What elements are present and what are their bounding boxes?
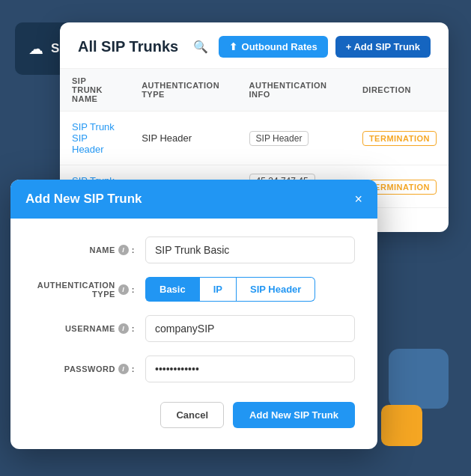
username-row: USERNAME i : xyxy=(33,315,355,342)
username-label: USERNAME i : xyxy=(33,323,145,334)
name-label-text: NAME xyxy=(89,245,115,254)
password-row: PASSWORD i : xyxy=(33,356,355,382)
submit-button[interactable]: Add New SIP Trunk xyxy=(233,402,355,428)
auth-type-label-text: AUTHENTICATION TYPE xyxy=(33,281,115,299)
modal-header: Add New SIP Trunk × xyxy=(10,180,377,219)
password-info-icon[interactable]: i xyxy=(118,364,129,374)
cancel-button[interactable]: Cancel xyxy=(160,402,224,428)
auth-btn-ip[interactable]: IP xyxy=(199,277,237,302)
modal-overlay: Add New SIP Trunk × NAME i : AUTHENTICAT… xyxy=(0,0,471,476)
auth-type-row: AUTHENTICATION TYPE i : Basic IP SIP Hea… xyxy=(33,277,355,302)
password-label: PASSWORD i : xyxy=(33,364,145,374)
modal-body: NAME i : AUTHENTICATION TYPE i : Basic I… xyxy=(10,219,377,449)
name-info-icon[interactable]: i xyxy=(118,245,129,255)
username-input[interactable] xyxy=(145,315,355,342)
name-input[interactable] xyxy=(145,237,355,263)
auth-type-info-icon[interactable]: i xyxy=(118,284,129,295)
name-label: NAME i : xyxy=(33,245,145,255)
add-sip-trunk-modal: Add New SIP Trunk × NAME i : AUTHENTICAT… xyxy=(10,180,377,449)
modal-title: Add New SIP Trunk xyxy=(25,192,142,207)
username-info-icon[interactable]: i xyxy=(118,323,129,334)
password-input[interactable] xyxy=(145,356,355,382)
auth-btn-basic[interactable]: Basic xyxy=(145,277,199,302)
username-label-text: USERNAME xyxy=(65,324,115,333)
auth-type-label: AUTHENTICATION TYPE i : xyxy=(33,281,145,299)
password-label-text: PASSWORD xyxy=(64,364,115,373)
modal-footer: Cancel Add New SIP Trunk xyxy=(33,396,355,428)
auth-btn-sip-header[interactable]: SIP Header xyxy=(237,277,315,302)
auth-type-group: Basic IP SIP Header xyxy=(145,277,315,302)
name-row: NAME i : xyxy=(33,237,355,263)
modal-close-button[interactable]: × xyxy=(354,192,362,206)
